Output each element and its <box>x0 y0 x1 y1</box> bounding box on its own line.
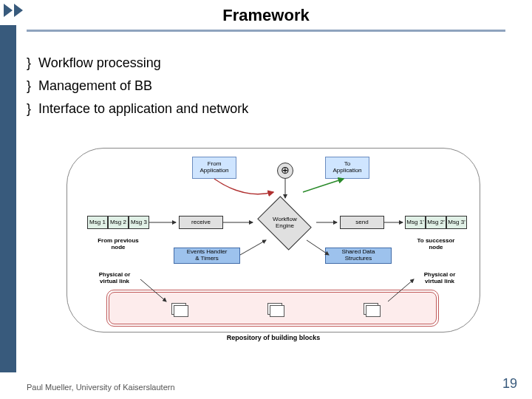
content: }Workflow processing }Management of BB }… <box>27 53 517 122</box>
left-bar <box>0 25 16 372</box>
bullets: }Workflow processing }Management of BB }… <box>27 53 517 119</box>
doc-icon <box>170 301 188 315</box>
doc-icon <box>266 301 284 315</box>
bb-circle: ⊕ <box>277 163 293 179</box>
page-title: Framework <box>0 0 532 25</box>
msg-in-2: Msg 2 <box>108 216 129 229</box>
doc-icon <box>362 301 380 315</box>
to-successor-label: To successor node <box>406 238 466 251</box>
phys-link-left-label: Physical or virtual link <box>89 272 140 285</box>
to-application-box: To Application <box>325 157 369 179</box>
bullet-icon: } <box>27 76 31 96</box>
diagram: From Application To Application ⊕ Msg 1 … <box>52 148 495 355</box>
receive-box: receive <box>179 216 223 229</box>
bullet-icon: } <box>27 53 31 73</box>
events-handler-box: Events Handler & Timers <box>174 248 240 264</box>
msg-out-2: Msg 2' <box>426 216 446 229</box>
title-rule <box>27 30 505 32</box>
repository-label: Repository of building blocks <box>52 334 495 341</box>
bullet-text: Interface to application and network <box>38 99 248 119</box>
logo-arrows <box>4 4 23 17</box>
msg-out-3: Msg 3' <box>446 216 467 229</box>
from-previous-label: From previous node <box>89 238 148 251</box>
bullet-text: Management of BB <box>38 76 152 96</box>
bullet-icon: } <box>27 99 31 119</box>
msg-in-3: Msg 3 <box>129 216 149 229</box>
msg-out-1: Msg 1' <box>405 216 426 229</box>
phys-link-right-label: Physical or virtual link <box>414 272 466 285</box>
msg-in-1: Msg 1 <box>87 216 108 229</box>
bullet-text: Workflow processing <box>38 53 161 73</box>
from-application-box: From Application <box>192 157 236 179</box>
send-box: send <box>340 216 384 229</box>
footer-author: Paul Mueller, University of Kaiserslaute… <box>27 383 175 392</box>
shared-data-box: Shared Data Structures <box>325 248 392 264</box>
footer-page-number: 19 <box>502 376 517 392</box>
